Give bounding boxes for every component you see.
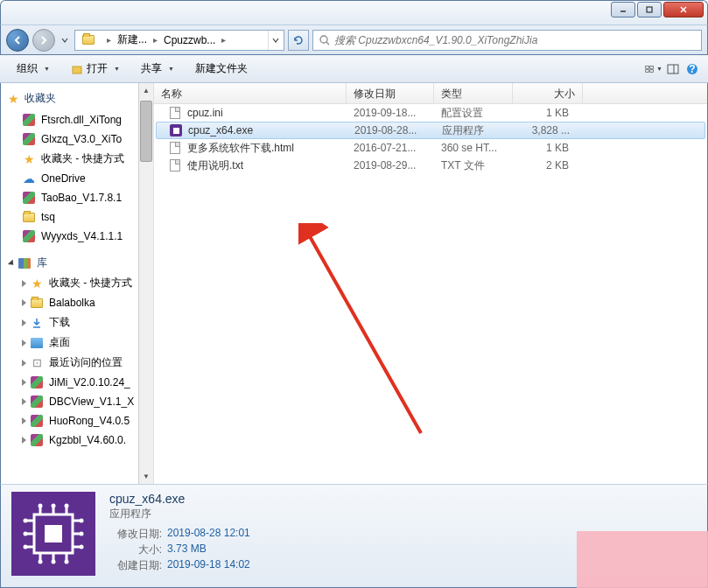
sidebar-item[interactable]: Wyyxds_V4.1.1.1 <box>1 227 137 246</box>
sidebar-item[interactable]: HuoRong_V4.0.5 <box>1 411 137 430</box>
svg-point-36 <box>65 560 69 564</box>
sidebar-item-label: JiMi_V2.0.10.24_ <box>49 376 130 388</box>
nav-history-dropdown[interactable] <box>59 32 71 49</box>
svg-text:?: ? <box>689 63 695 75</box>
svg-point-34 <box>39 560 43 564</box>
file-type: 360 se HT... <box>434 142 513 154</box>
sidebar-item-label: Ftsrch.dll_XiTong <box>41 114 122 126</box>
sidebar-item[interactable]: ☁OneDrive <box>1 169 137 188</box>
rar-icon <box>30 375 44 389</box>
breadcrumb[interactable]: ▸ 新建... ▸ Cpuzzwb... ▸ <box>74 30 284 51</box>
folder-icon <box>30 296 44 310</box>
favorites-header[interactable]: ★收藏夹 <box>1 87 137 110</box>
star-icon: ★ <box>30 276 44 290</box>
search-input[interactable] <box>334 34 696 46</box>
svg-point-4 <box>320 36 327 43</box>
svg-rect-6 <box>73 66 81 74</box>
breadcrumb-dropdown[interactable] <box>268 31 282 50</box>
sidebar-item[interactable]: 桌面 <box>1 332 137 353</box>
scroll-thumb[interactable] <box>140 101 152 162</box>
file-size: 2 KB <box>513 159 576 172</box>
file-date: 2019-09-18... <box>347 107 434 119</box>
exe-icon <box>169 123 183 137</box>
close-button[interactable] <box>663 2 704 18</box>
file-row[interactable]: 使用说明.txt2019-08-29...TXT 文件2 KB <box>154 157 707 174</box>
svg-rect-11 <box>668 65 678 74</box>
open-button[interactable]: 打开 <box>61 57 130 80</box>
svg-line-5 <box>326 42 329 45</box>
minimize-button[interactable] <box>611 2 635 18</box>
address-bar: ▸ 新建... ▸ Cpuzzwb... ▸ <box>0 24 708 55</box>
sidebar-item[interactable]: 下载 <box>1 312 137 332</box>
col-modified[interactable]: 修改日期 <box>347 83 434 103</box>
sidebar-scrollbar[interactable]: ▲ ▼ <box>138 83 153 484</box>
sidebar-item[interactable]: Kgzbbl_V4.60.0. <box>1 430 137 450</box>
sidebar-item[interactable]: ★收藏夹 - 快捷方式 <box>1 273 137 293</box>
sidebar-item[interactable]: TaoBao_V1.7.8.1 <box>1 188 137 207</box>
scroll-down-icon[interactable]: ▼ <box>139 469 153 484</box>
sidebar-item[interactable]: Ftsrch.dll_XiTong <box>1 110 137 130</box>
watermark-overlay <box>577 531 708 588</box>
open-label: 打开 <box>87 61 108 76</box>
rar-icon <box>22 229 36 243</box>
file-row[interactable]: cpuz_x64.exe2019-08-28...应用程序3,828 ... <box>156 122 705 139</box>
file-list: 名称 修改日期 类型 大小 cpuz.ini2019-09-18...配置设置1… <box>154 83 707 484</box>
sidebar-item[interactable]: ⊡最近访问的位置 <box>1 353 137 373</box>
sidebar-item-label: TaoBao_V1.7.8.1 <box>41 192 122 204</box>
svg-rect-10 <box>650 69 654 72</box>
view-options-button[interactable] <box>645 60 662 78</box>
svg-point-35 <box>52 560 56 564</box>
new-folder-button[interactable]: 新建文件夹 <box>186 57 257 80</box>
svg-point-39 <box>24 545 28 550</box>
col-name[interactable]: 名称 <box>154 83 347 103</box>
refresh-button[interactable] <box>288 30 309 51</box>
libraries-header[interactable]: 库 <box>1 253 137 273</box>
toolbar: 组织 打开 共享 新建文件夹 ? <box>0 55 708 83</box>
scroll-up-icon[interactable]: ▲ <box>139 83 153 98</box>
sidebar-item-label: OneDrive <box>41 172 86 185</box>
svg-rect-9 <box>646 69 649 72</box>
rar-icon <box>22 191 36 205</box>
file-icon <box>168 141 182 155</box>
breadcrumb-item-1[interactable]: 新建... <box>113 31 151 50</box>
sidebar-item-label: HuoRong_V4.0.5 <box>49 415 130 427</box>
svg-point-32 <box>52 504 56 508</box>
nav-back-button[interactable] <box>6 29 29 52</box>
sidebar-item-label: 桌面 <box>49 335 70 350</box>
sidebar-item[interactable]: tsq <box>1 207 137 227</box>
search-box[interactable] <box>312 30 702 51</box>
svg-rect-8 <box>650 66 654 68</box>
sidebar-item[interactable]: DBCView_V1.1_X <box>1 392 137 411</box>
sidebar-item[interactable]: JiMi_V2.0.10.24_ <box>1 373 137 392</box>
file-type: 应用程序 <box>435 123 514 138</box>
breadcrumb-item-2[interactable]: Cpuzzwb... <box>159 31 220 50</box>
column-headers: 名称 修改日期 类型 大小 <box>154 83 707 104</box>
col-type[interactable]: 类型 <box>434 83 513 103</box>
file-size: 3,828 ... <box>514 124 577 136</box>
file-name: 更多系统软件下载.html <box>187 141 294 156</box>
col-size[interactable]: 大小 <box>513 83 583 103</box>
details-modified-value: 2019-08-28 12:01 <box>167 527 250 542</box>
sidebar-item[interactable]: Balabolka <box>1 293 137 312</box>
sidebar-item-label: tsq <box>41 211 55 223</box>
sidebar-item-label: 下载 <box>49 315 70 330</box>
share-button[interactable]: 共享 <box>131 57 184 80</box>
sidebar-item-label: 最近访问的位置 <box>49 355 123 370</box>
maximize-button[interactable] <box>637 2 662 18</box>
details-size-value: 3.73 MB <box>167 542 207 557</box>
breadcrumb-root-icon[interactable] <box>77 31 105 50</box>
drive-icon: ⊡ <box>30 356 44 370</box>
sidebar-item[interactable]: ★收藏夹 - 快捷方式 <box>1 149 137 169</box>
file-row[interactable]: 更多系统软件下载.html2016-07-21...360 se HT...1 … <box>154 139 707 157</box>
help-button[interactable]: ? <box>683 60 701 78</box>
file-row[interactable]: cpuz.ini2019-09-18...配置设置1 KB <box>154 104 707 122</box>
sidebar-item-label: DBCView_V1.1_X <box>49 396 134 408</box>
sidebar-item[interactable]: Glxzq_V3.0_XiTo <box>1 130 137 149</box>
file-icon <box>168 106 182 120</box>
organize-button[interactable]: 组织 <box>7 57 60 80</box>
svg-point-40 <box>80 519 84 523</box>
nav-forward-button[interactable] <box>32 29 55 52</box>
sidebar-item-label: Wyyxds_V4.1.1.1 <box>41 230 123 242</box>
rar-icon <box>22 113 36 127</box>
preview-pane-button[interactable] <box>664 60 682 78</box>
